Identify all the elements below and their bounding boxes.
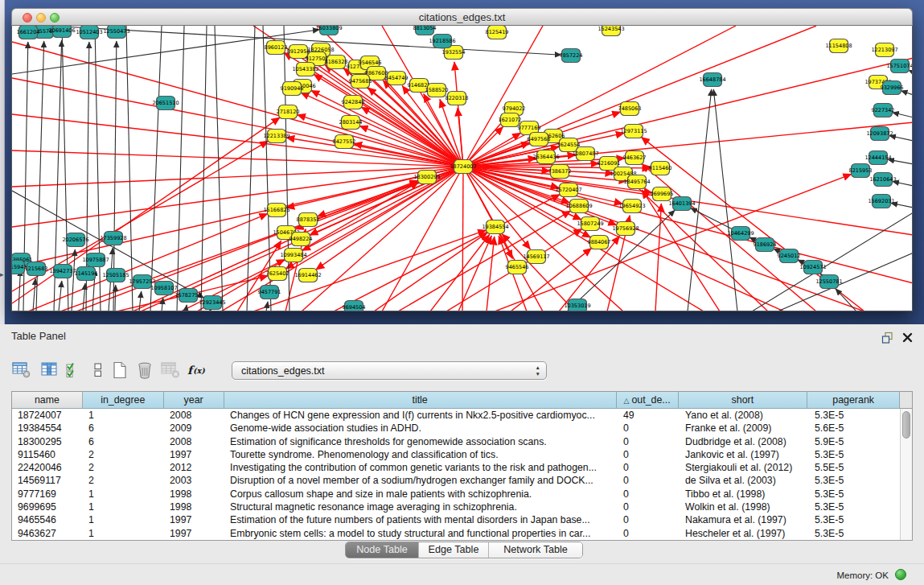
graph-node-15243543[interactable]: 15243543 [598,26,624,36]
graph-node-8813054[interactable]: 8813054 [413,26,437,35]
table-row[interactable]: 1872400712008Changes of HCN gene express… [12,409,901,422]
delete-table-icon[interactable] [160,360,181,381]
graph-edge[interactable] [12,42,463,167]
graph-edge[interactable] [454,62,463,167]
graph-node-9465546[interactable]: 9465546 [506,261,529,274]
network-canvas[interactable]: 1872400789601238912954182260589127508818… [11,26,913,311]
column-header-out_degree[interactable]: △out_de... [617,392,679,409]
graph-edge[interactable] [361,107,463,167]
graph-node-12973115[interactable]: 12973115 [620,125,647,138]
graph-node-8960123[interactable]: 8960123 [265,41,288,55]
table-row[interactable]: 1830029562008Estimation of significance … [12,435,901,448]
graph-node-12550473[interactable]: 12550473 [103,26,129,39]
graph-node-8125419[interactable]: 8125419 [486,26,509,39]
graph-edge[interactable] [655,204,661,311]
graph-edge[interactable] [302,167,463,311]
graph-node-16033809[interactable]: 16033809 [315,26,342,35]
graph-edge[interactable] [33,278,35,311]
select-mode-icon[interactable] [64,360,84,381]
graph-node-15751074[interactable]: 15751074 [886,60,913,73]
graph-node-9475685[interactable]: 9475685 [349,75,372,89]
graph-edge[interactable] [836,289,856,311]
graph-node-2718120[interactable]: 2718120 [277,105,300,119]
graph-node-14569117[interactable]: 14569117 [523,250,549,264]
graph-node-1215683[interactable]: 1215683 [25,262,48,276]
panel-collapse-arrow-icon[interactable]: ▸ [0,270,4,278]
column-header-year[interactable]: year [164,392,224,409]
graph-node-15166825[interactable]: 15166825 [263,204,290,217]
table-mode-icon[interactable] [11,360,32,381]
graph-edge[interactable] [713,89,737,311]
graph-edge[interactable] [115,285,116,311]
show-columns-icon[interactable] [40,360,61,381]
column-header-title[interactable]: title [224,392,617,409]
graph-edge[interactable] [126,26,133,311]
column-header-name[interactable]: name [12,392,83,409]
graph-node-19654923[interactable]: 19654923 [618,200,645,213]
graph-node-12444154[interactable]: 12444154 [864,151,891,165]
table-row[interactable]: 1456911722003Disruption of a novel membe… [12,474,901,487]
scrollbar-thumb[interactable] [902,411,910,439]
graph-edge[interactable] [72,249,75,311]
graph-node-9463627[interactable]: 9463627 [623,151,647,165]
graph-edge[interactable] [463,58,913,167]
tab-edge-table[interactable]: Edge Table [419,542,489,558]
close-panel-icon[interactable] [902,332,913,346]
graph-node-8878357[interactable]: 8878357 [297,213,320,227]
graph-node-12093872[interactable]: 12093872 [866,127,893,141]
graph-node-9694504[interactable]: 9694504 [343,301,366,312]
graph-node-7857224[interactable]: 7857224 [560,49,583,63]
graph-node-11154808[interactable]: 11154808 [825,39,852,53]
graph-node-20651510[interactable]: 20651510 [152,97,179,110]
graph-edge[interactable] [59,281,62,311]
graph-node-8215953[interactable]: 8215953 [849,164,873,178]
network-window-titlebar[interactable]: citations_edges.txt [11,8,913,26]
graph-edge[interactable] [374,233,487,311]
graph-edge[interactable] [901,91,913,95]
graph-edge[interactable] [18,270,20,311]
graph-node-2803144[interactable]: 2803144 [339,116,363,130]
graph-node-9242848[interactable]: 9242848 [342,96,365,109]
graph-edge[interactable] [778,253,913,311]
table-row[interactable]: 946362711997Embryonic stem cells: a mode… [12,527,901,540]
column-header-short[interactable]: short [679,392,808,409]
graph-node-9329966[interactable]: 9329966 [881,81,904,95]
graph-edge[interactable] [301,93,463,167]
memory-status-icon[interactable] [895,569,906,580]
graph-edge[interactable] [463,26,816,167]
tab-network-table[interactable]: Network Table [489,542,582,558]
graph-node-8186328[interactable]: 8186328 [325,56,348,69]
graph-node-15692031[interactable]: 15692031 [868,195,894,208]
graph-edge[interactable] [162,298,163,311]
graph-edge[interactable] [247,26,255,311]
create-column-icon[interactable] [109,360,130,381]
graph-node-7485063[interactable]: 7485063 [618,102,642,116]
graph-edge[interactable] [83,283,85,311]
table-row[interactable]: 969969511998Structural magnetic resonanc… [12,501,901,513]
graph-edge[interactable] [28,214,268,311]
graph-node-16648784[interactable]: 16648784 [699,73,725,87]
graph-node-9699695[interactable]: 9699695 [651,187,674,201]
tab-node-table[interactable]: Node Table [346,542,419,558]
column-header-pagerank[interactable]: pagerank [807,392,900,409]
graph-edge[interactable] [186,305,187,311]
graph-node-7386372[interactable]: 7386372 [548,165,572,179]
graph-node-16210643[interactable]: 16210643 [869,173,896,187]
function-builder-icon[interactable]: f(x) [187,360,207,381]
delete-columns-icon[interactable] [134,360,155,381]
graph-node-19384554[interactable]: 19384554 [482,220,508,234]
graph-node-9884067[interactable]: 9884067 [588,236,611,249]
graph-edge[interactable] [12,167,463,187]
table-row[interactable]: 946554611997Estimation of the future num… [12,513,901,526]
graph-node-8427552[interactable]: 8427552 [333,135,356,149]
graph-edge[interactable] [463,26,736,167]
table-row[interactable]: 2242004622012Investigating the contribut… [12,461,901,474]
graph-node-7625402[interactable]: 7625402 [266,267,290,281]
float-panel-icon[interactable] [881,332,894,348]
table-row[interactable]: 1938455462009Genome-wide association stu… [12,422,901,435]
graph-node-16914462[interactable]: 16914462 [294,269,321,282]
graph-edge[interactable] [462,167,463,311]
graph-node-9245012[interactable]: 9245012 [778,249,801,263]
graph-node-10512403[interactable]: 10512403 [76,26,102,39]
graph-node-1145194[interactable]: 1145194 [75,267,98,281]
